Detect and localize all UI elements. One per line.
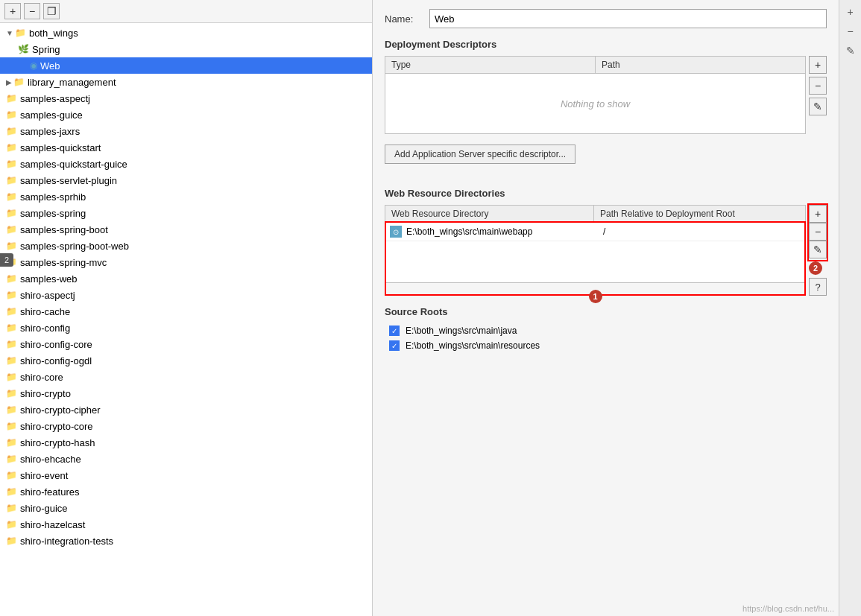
web-resource-wrapper: Web Resource Directory Path Relative to …: [385, 205, 827, 296]
list-item[interactable]: 📁samples-sprhib: [0, 188, 372, 205]
list-item[interactable]: 📁shiro-config-core: [0, 336, 372, 352]
tree-item-spring[interactable]: 🌿 Spring: [0, 41, 372, 57]
project-tree: ▼ 📁 both_wings 🌿 Spring ◉ Web ▶ 📁 librar…: [0, 23, 372, 616]
folder-icon: 📁: [6, 486, 17, 497]
folder-icon: 📁: [6, 109, 17, 120]
deployment-edit-button[interactable]: ✎: [809, 98, 827, 115]
web-resource-table-body: ⊙ E:\both_wings\src\main\webapp /: [385, 223, 805, 282]
copy-button[interactable]: ❐: [43, 3, 60, 19]
folder-icon: 📁: [6, 224, 17, 235]
list-item[interactable]: 📁shiro-ehcache: [0, 451, 372, 467]
folder-icon: 📁: [13, 77, 25, 87]
web-resource-remove-button[interactable]: −: [809, 223, 827, 241]
remove-button[interactable]: −: [24, 3, 40, 19]
web-resource-edit-button[interactable]: ✎: [809, 241, 827, 258]
folder-icon: 📁: [6, 306, 17, 317]
web-resource-section: Web Resource Directories Web Resource Di…: [385, 188, 827, 296]
list-item[interactable]: 📁samples-spring-mvc: [0, 254, 372, 270]
folder-icon: 📁: [6, 159, 17, 169]
deployment-descriptors-section: Deployment Descriptors Type Path Nothing…: [385, 39, 827, 134]
folder-icon: 📁: [6, 142, 17, 153]
list-item[interactable]: 📁shiro-aspectj: [0, 287, 372, 303]
folder-icon: 📁: [6, 273, 17, 284]
list-item[interactable]: 📁shiro-cache: [0, 303, 372, 320]
folder-icon: 📁: [6, 437, 17, 448]
type-column-header: Type: [385, 57, 596, 73]
list-item[interactable]: 📁shiro-hazelcast: [0, 516, 372, 533]
folder-icon: 📁: [6, 388, 17, 399]
list-item[interactable]: 📁shiro-config-ogdl: [0, 352, 372, 369]
far-right-edit-button[interactable]: ✎: [842, 42, 860, 60]
web-resource-table-header: Web Resource Directory Path Relative to …: [385, 206, 805, 223]
deployment-remove-button[interactable]: −: [809, 77, 827, 95]
list-item[interactable]: 📁shiro-crypto-cipher: [0, 401, 372, 418]
source-roots-section: Source Roots ✓ E:\both_wings\src\main\ja…: [385, 306, 827, 353]
list-item[interactable]: 📁samples-quickstart-guice: [0, 156, 372, 172]
resource-dir-icon: ⊙: [390, 226, 402, 238]
nothing-to-show-text: Nothing to show: [561, 98, 630, 109]
folder-icon: 📁: [6, 290, 17, 300]
folder-icon: 📁: [6, 519, 17, 530]
add-server-button[interactable]: Add Application Server specific descript…: [385, 145, 575, 164]
folder-icon: 📁: [6, 126, 17, 136]
web-icon: ◉: [30, 60, 37, 71]
list-item[interactable]: 📁samples-servlet-plugin: [0, 172, 372, 188]
folder-icon: 📁: [6, 241, 17, 251]
tree-item-shiro-core[interactable]: 📁shiro-core: [0, 369, 372, 385]
list-item[interactable]: 📁samples-spring-boot-web: [0, 238, 372, 254]
folder-icon: 📁: [6, 503, 17, 513]
web-resource-side-buttons: + − ✎ 2 ?: [809, 205, 827, 296]
list-item[interactable]: 📁samples-web: [0, 270, 372, 287]
source-root-row-0: ✓ E:\both_wings\src\main\java: [385, 323, 827, 338]
source-root-checkbox-1[interactable]: ✓: [389, 340, 400, 351]
web-resource-title: Web Resource Directories: [385, 188, 827, 199]
watermark: https://blog.csdn.net/hu...: [742, 604, 834, 613]
folder-icon: 📁: [6, 208, 17, 218]
help-button[interactable]: ?: [809, 278, 827, 296]
name-label: Name:: [385, 13, 429, 25]
far-right-add-button[interactable]: +: [842, 3, 860, 21]
deployment-add-button[interactable]: +: [809, 56, 827, 74]
deployment-side-buttons: + − ✎: [809, 56, 827, 134]
web-resource-add-button[interactable]: +: [809, 205, 827, 223]
folder-icon: 📁: [6, 454, 17, 464]
expand-arrow-both-wings: ▼: [6, 29, 13, 37]
tree-item-web[interactable]: ◉ Web: [0, 57, 372, 74]
list-item[interactable]: 📁samples-jaxrs: [0, 123, 372, 139]
list-item[interactable]: 📁shiro-crypto-core: [0, 418, 372, 434]
badge-2: 2: [809, 261, 822, 275]
list-item[interactable]: 📁samples-aspectj: [0, 90, 372, 107]
folder-icon: 📁: [6, 421, 17, 431]
right-content: Name: Deployment Descriptors Type Path N…: [373, 0, 839, 616]
list-item[interactable]: 📁shiro-guice: [0, 500, 372, 516]
deployment-descriptors-title: Deployment Descriptors: [385, 39, 827, 50]
list-item[interactable]: 📁shiro-crypto: [0, 385, 372, 401]
web-resource-table-container: Web Resource Directory Path Relative to …: [385, 205, 806, 296]
add-button[interactable]: +: [4, 3, 21, 19]
folder-icon: 📁: [6, 323, 17, 333]
project-tree-panel: + − ❐ ▼ 📁 both_wings 🌿 Spring ◉ Web ▶ 📁: [0, 0, 373, 616]
far-right-remove-button[interactable]: −: [842, 22, 860, 40]
list-item[interactable]: 📁shiro-crypto-hash: [0, 434, 372, 451]
tree-item-both-wings[interactable]: ▼ 📁 both_wings: [0, 25, 372, 41]
list-item[interactable]: 📁shiro-event: [0, 467, 372, 483]
tree-item-library-management[interactable]: ▶ 📁 library_management: [0, 74, 372, 90]
list-item[interactable]: 📁samples-spring-boot: [0, 221, 372, 238]
expand-arrow-library: ▶: [6, 78, 12, 86]
folder-icon: 📁: [6, 536, 17, 546]
folder-icon: 📁: [6, 404, 17, 415]
source-root-row-1: ✓ E:\both_wings\src\main\resources: [385, 338, 827, 353]
source-root-checkbox-0[interactable]: ✓: [389, 326, 400, 336]
list-item[interactable]: 📁samples-quickstart: [0, 139, 372, 156]
name-field-row: Name:: [385, 9, 827, 28]
list-item[interactable]: 📁shiro-config: [0, 320, 372, 336]
folder-icon: 📁: [6, 355, 17, 366]
list-item[interactable]: 📁shiro-features: [0, 483, 372, 500]
list-item[interactable]: 📁samples-spring: [0, 205, 372, 221]
list-item[interactable]: 📁shiro-integration-tests: [0, 533, 372, 549]
left-panel-badge: 2: [0, 253, 13, 267]
name-input[interactable]: [429, 9, 827, 28]
web-resource-row[interactable]: ⊙ E:\both_wings\src\main\webapp /: [385, 223, 805, 241]
add-server-wrapper: Add Application Server specific descript…: [385, 145, 827, 176]
list-item[interactable]: 📁samples-guice: [0, 107, 372, 123]
